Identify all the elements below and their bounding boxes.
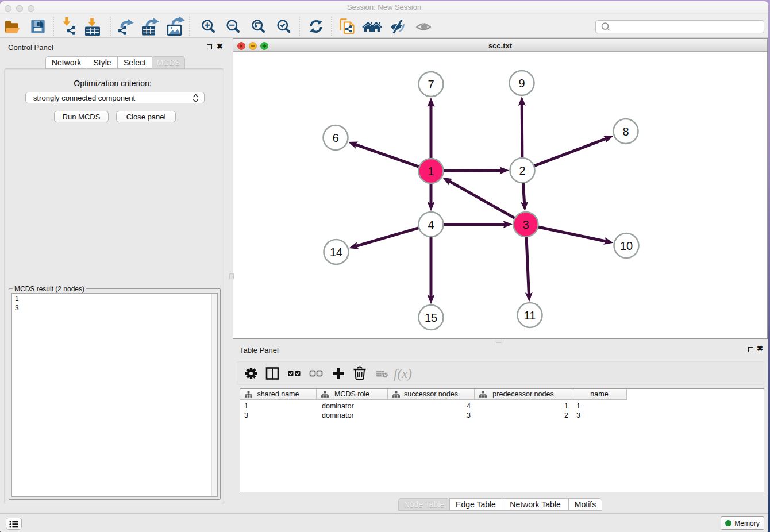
svg-text:6: 6 [332, 132, 338, 144]
svg-text:15: 15 [425, 311, 437, 324]
svg-text:10: 10 [620, 240, 633, 252]
svg-text:7: 7 [428, 78, 434, 91]
svg-text:1: 1 [428, 165, 434, 178]
svg-text:11: 11 [524, 309, 536, 322]
svg-text:9: 9 [518, 77, 525, 90]
svg-text:f(x): f(x) [394, 367, 412, 381]
svg-text:8: 8 [622, 125, 629, 138]
svg-text:3: 3 [522, 218, 529, 231]
svg-text:14: 14 [330, 246, 342, 259]
svg-text:2: 2 [519, 164, 525, 177]
svg-text:4: 4 [428, 218, 434, 231]
